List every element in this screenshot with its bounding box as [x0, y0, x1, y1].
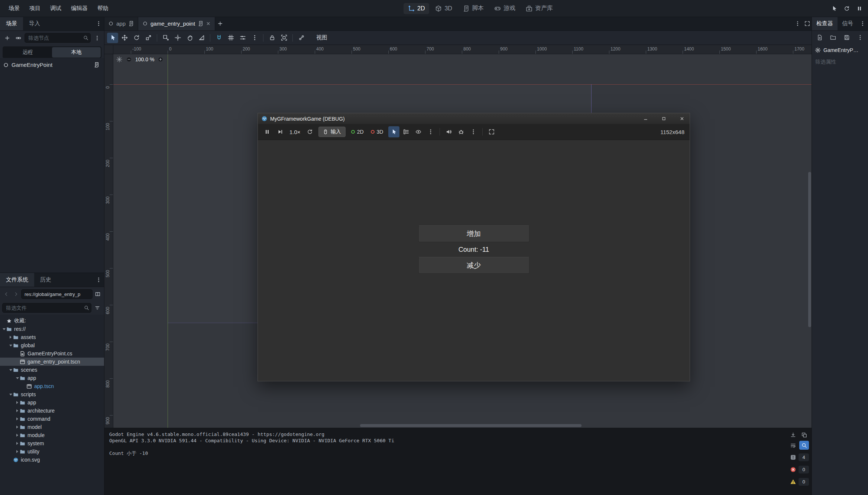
more-button[interactable]: [249, 33, 260, 43]
file-row[interactable]: game_entry_point.tscn: [0, 358, 104, 366]
file-row[interactable]: module: [0, 431, 104, 439]
fold-arrow-icon[interactable]: [8, 394, 13, 395]
toggle-split-button[interactable]: [93, 290, 102, 299]
file-row[interactable]: app.tscn: [0, 382, 104, 390]
pause-game-button[interactable]: [854, 3, 865, 14]
file-row[interactable]: model: [0, 423, 104, 431]
scene-tabs-menu-button[interactable]: [793, 19, 802, 29]
search-button[interactable]: [799, 441, 809, 450]
input-mode-button[interactable]: 输入: [318, 127, 346, 137]
inspector-extra-menu-button[interactable]: [855, 33, 865, 42]
menu-project[interactable]: 项目: [25, 3, 45, 14]
menu-debug[interactable]: 调试: [45, 3, 66, 14]
tab-scene[interactable]: 场景: [0, 17, 23, 30]
tab-history[interactable]: 历史: [34, 273, 57, 287]
select-tool-button[interactable]: [107, 33, 118, 43]
eye-button[interactable]: [413, 126, 424, 137]
warnings-counter[interactable]: 0: [790, 478, 809, 486]
horizontal-scrollbar[interactable]: [360, 424, 582, 427]
local-tab[interactable]: 本地: [52, 47, 101, 58]
scene-tab-game-entry-point[interactable]: game_entry_point: [138, 17, 215, 30]
select-arrow-button[interactable]: [388, 126, 399, 137]
file-row[interactable]: app: [0, 374, 104, 382]
scene-dock-menu-button[interactable]: [94, 19, 103, 29]
bug-button[interactable]: [456, 126, 467, 137]
fold-arrow-icon[interactable]: [8, 369, 13, 371]
file-row[interactable]: architecture: [0, 407, 104, 415]
save-resource-button[interactable]: [842, 33, 852, 42]
tab-inspector[interactable]: 检查器: [812, 17, 838, 30]
editor-tab-3d[interactable]: 3D: [431, 3, 456, 14]
nav-forward-button[interactable]: [12, 290, 20, 299]
file-row[interactable]: command: [0, 415, 104, 423]
zoom-out-button[interactable]: [124, 55, 133, 64]
inspected-node[interactable]: GameEntryPoint: [812, 44, 868, 56]
grid-snap-button[interactable]: [225, 33, 236, 43]
load-resource-button[interactable]: [828, 33, 838, 42]
filesystem-menu-button[interactable]: [94, 275, 103, 285]
editor-tab-game[interactable]: 游戏: [490, 2, 520, 14]
fold-arrow-icon[interactable]: [8, 336, 13, 339]
fold-arrow-icon[interactable]: [15, 434, 20, 437]
tab-import[interactable]: 导入: [23, 17, 46, 30]
nav-back-button[interactable]: [2, 290, 11, 299]
new-resource-button[interactable]: [815, 33, 825, 42]
pan-tool-button[interactable]: [184, 33, 195, 43]
file-row[interactable]: 收藏:: [0, 317, 104, 325]
bone-button[interactable]: [296, 33, 307, 43]
file-row[interactable]: scenes: [0, 366, 104, 374]
increase-button[interactable]: 增加: [418, 225, 529, 242]
remote-tab[interactable]: 远程: [3, 47, 52, 58]
file-row[interactable]: icon.svg: [0, 456, 104, 464]
editor-tab-script[interactable]: 脚本: [458, 2, 488, 14]
ruler-tool-button[interactable]: [196, 33, 207, 43]
messages-counter[interactable]: 4: [790, 453, 809, 461]
filter-properties-field[interactable]: 筛选属性: [812, 56, 868, 68]
audio-button[interactable]: [443, 126, 454, 137]
scene-tab-app[interactable]: app: [104, 17, 138, 30]
window-maximize-button[interactable]: [656, 113, 671, 124]
file-row[interactable]: system: [0, 439, 104, 447]
file-row[interactable]: app: [0, 398, 104, 407]
fold-arrow-icon[interactable]: [8, 345, 13, 346]
node-list-button[interactable]: [401, 126, 412, 137]
inspector-dock-menu-button[interactable]: [858, 19, 867, 29]
game-window-titlebar[interactable]: MyGFrameworkGame (DEBUG): [258, 113, 690, 124]
editor-tab-assetlib[interactable]: 资产库: [521, 2, 557, 14]
vertical-scrollbar[interactable]: [808, 172, 811, 327]
menu-editor[interactable]: 编辑器: [66, 3, 93, 14]
editor-tab-2d[interactable]: 2D: [404, 3, 429, 14]
lock-button[interactable]: [266, 33, 278, 43]
fold-arrow-icon[interactable]: [1, 328, 6, 330]
group-button[interactable]: [278, 33, 289, 43]
zoom-in-button[interactable]: [156, 55, 165, 64]
decrease-button[interactable]: 减少: [418, 257, 529, 274]
open-script-button[interactable]: [91, 60, 101, 70]
save-log-button[interactable]: [788, 430, 798, 439]
view-menu-button[interactable]: 视图: [312, 32, 331, 43]
scene-node-row[interactable]: GameEntryPoint: [0, 60, 104, 69]
zoom-level[interactable]: 100.0 %: [135, 56, 154, 62]
fullscreen-button[interactable]: [486, 126, 497, 137]
tab-filesystem[interactable]: 文件系统: [0, 273, 34, 287]
camera-3d-button[interactable]: 3D: [368, 127, 386, 136]
file-row[interactable]: scripts: [0, 390, 104, 398]
menu-scene[interactable]: 场景: [4, 3, 25, 14]
list-select-tool-button[interactable]: [160, 33, 171, 43]
pause-button[interactable]: [262, 126, 273, 137]
fold-arrow-icon[interactable]: [15, 442, 20, 445]
wrap-lines-button[interactable]: [788, 441, 798, 450]
speed-multiplier[interactable]: 1.0×: [289, 129, 301, 135]
restart-button[interactable]: [304, 126, 315, 137]
next-frame-button[interactable]: [275, 126, 286, 137]
close-tab-button[interactable]: [206, 21, 211, 26]
canvas-area[interactable]: 100.0 % MyGFrameworkGame (DEBUG): [113, 54, 812, 428]
fold-arrow-icon[interactable]: [15, 417, 20, 420]
file-row[interactable]: GameEntryPoint.cs: [0, 349, 104, 358]
sort-files-button[interactable]: [93, 303, 102, 312]
restart-game-button[interactable]: [841, 3, 852, 14]
path-input[interactable]: [21, 289, 93, 299]
more-button[interactable]: [425, 126, 436, 137]
file-row[interactable]: global: [0, 341, 104, 349]
fold-arrow-icon[interactable]: [15, 401, 20, 404]
